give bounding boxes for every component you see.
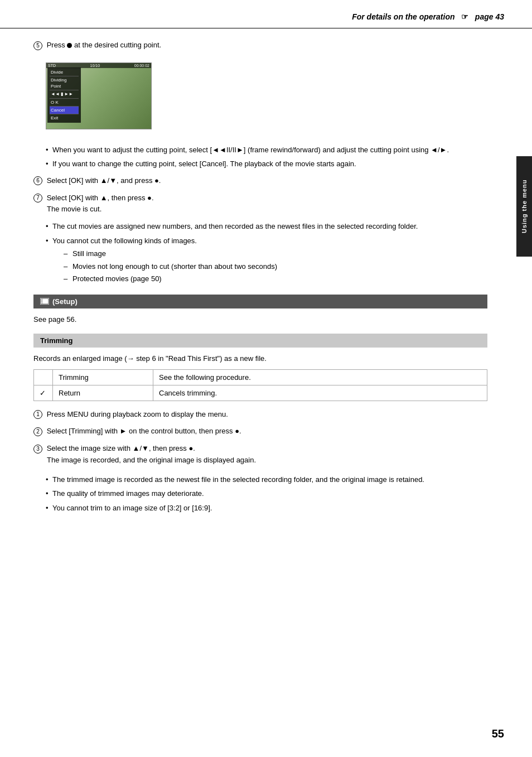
step7-number: 7 (36, 195, 40, 201)
trimming-note-2: The quality of trimmed images may deteri… (46, 488, 487, 499)
step5-circle: 5 (33, 41, 42, 50)
trimming-step1-circle: 1 (33, 410, 42, 419)
menu-item-exit: Exit (50, 114, 79, 122)
svg-rect-0 (41, 298, 49, 304)
sub-note-2: Movies not long enough to cut (shorter t… (64, 261, 487, 272)
header-page-ref: page 43 (475, 12, 504, 21)
table-row-trimming: Trimming See the following procedure. (34, 369, 487, 385)
step6-number: 6 (36, 177, 40, 184)
main-note-1: The cut movies are assigned new numbers,… (46, 221, 487, 232)
setup-text: See page 56. (33, 315, 487, 324)
trimming-step3-sub: The image is recorded, and the original … (47, 456, 256, 464)
trimming-step2-text: Select [Trimming] with ► on the control … (47, 427, 241, 435)
trimming-step3-text: Select the image size with ▲/▼, then pre… (47, 444, 195, 452)
step7-text: Select [OK] with ▲, then press ●. (47, 194, 154, 202)
trimming-notes: The trimmed image is recorded as the new… (46, 474, 487, 514)
step6-text: Select [OK] with ▲/▼, and press ●. (47, 176, 161, 185)
trimming-step2: 2 Select [Trimming] with ► on the contro… (33, 426, 487, 437)
screenshot-menu: Divide DividingPoint ◄◄ ▮ ►► O K Cancel … (47, 67, 81, 123)
return-row-name: Return (53, 385, 153, 401)
trimming-step1: 1 Press MENU during playback zoom to dis… (33, 409, 487, 421)
trimming-step2-num: 2 (36, 428, 40, 435)
page-header: For details on the operation ☞ page 43 (0, 0, 532, 28)
header-icon: ☞ (461, 12, 468, 21)
trimming-note-3: You cannot trim to an image size of [3:2… (46, 503, 487, 514)
step6-line: 6 Select [OK] with ▲/▼, and press ●. (33, 175, 487, 187)
trimming-section-header: Trimming (33, 334, 487, 348)
page-number: 55 (492, 727, 504, 740)
trimming-step1-text: Press MENU during playback zoom to displ… (47, 410, 228, 418)
menu-item-divide: Divide (50, 69, 79, 76)
trimming-step2-circle: 2 (33, 427, 42, 436)
step7-line: 7 Select [OK] with ▲, then press ●. The … (33, 192, 487, 216)
cutting-note-2: If you want to change the cutting point,… (46, 158, 487, 170)
cutting-note-1: When you want to adjust the cutting poin… (46, 144, 487, 156)
side-tab: Using the menu (516, 156, 532, 257)
topbar-timecode: 00:00:02 (134, 64, 149, 67)
step5-number: 5 (36, 42, 40, 49)
setup-icon (40, 298, 49, 305)
topbar-left: STD (48, 64, 56, 67)
trimming-table: Trimming See the following procedure. ✓ … (33, 369, 487, 401)
step5-line: 5 Press at the desired cutting point. (33, 40, 487, 51)
screenshot-inner: STD 10/10 00:00:02 Divide DividingPoint … (46, 63, 151, 129)
trimming-step3: 3 Select the image size with ▲/▼, then p… (33, 443, 487, 466)
menu-item-rewind: ◄◄ ▮ ►► (50, 90, 79, 98)
trimming-step1-num: 1 (36, 411, 40, 417)
menu-item-cancel: Cancel (50, 107, 79, 114)
checkmark-icon: ✓ (40, 389, 46, 397)
menu-item-ok: O K (50, 99, 79, 107)
trimming-row-name: Trimming (53, 369, 153, 385)
trimming-label: Trimming (40, 336, 73, 345)
sub-notes: Still image Movies not long enough to cu… (64, 248, 487, 285)
header-text: For details on the operation (352, 12, 454, 21)
step6-circle: 6 (33, 176, 42, 185)
sub-note-3: Protected movies (page 50) (64, 273, 487, 285)
trimming-note-1: The trimmed image is recorded as the new… (46, 474, 487, 485)
step5-black-circle (67, 43, 72, 48)
trimming-step3-num: 3 (36, 446, 40, 452)
step5-text-before: Press (47, 41, 65, 49)
page-container: Using the menu For details on the operat… (0, 0, 532, 757)
step7-sub: The movie is cut. (47, 205, 101, 213)
trimming-row-desc: See the following procedure. (153, 369, 487, 385)
return-row-icon: ✓ (34, 385, 53, 401)
menu-item-dividing: DividingPoint (50, 76, 79, 90)
sub-note-1: Still image (64, 248, 487, 259)
topbar-right: 10/10 (90, 64, 100, 67)
table-row-return: ✓ Return Cancels trimming. (34, 385, 487, 401)
trimming-step3-circle: 3 (33, 445, 42, 454)
screenshot-area: STD 10/10 00:00:02 Divide DividingPoint … (46, 62, 152, 129)
trimming-intro: Records an enlarged image (→ step 6 in "… (33, 354, 487, 363)
main-content: 5 Press at the desired cutting point. ST… (0, 28, 532, 541)
main-note-2: You cannot cut the following kinds of im… (46, 235, 487, 285)
main-notes: The cut movies are assigned new numbers,… (46, 221, 487, 285)
step5-text-after: at the desired cutting point. (74, 41, 161, 49)
step7-circle: 7 (33, 194, 42, 202)
return-row-desc: Cancels trimming. (153, 385, 487, 401)
cutting-notes: When you want to adjust the cutting poin… (46, 144, 487, 170)
setup-label: (Setup) (52, 297, 78, 306)
trimming-row-icon (34, 369, 53, 385)
setup-section-header: (Setup) (33, 295, 487, 308)
side-tab-label: Using the menu (521, 180, 528, 234)
